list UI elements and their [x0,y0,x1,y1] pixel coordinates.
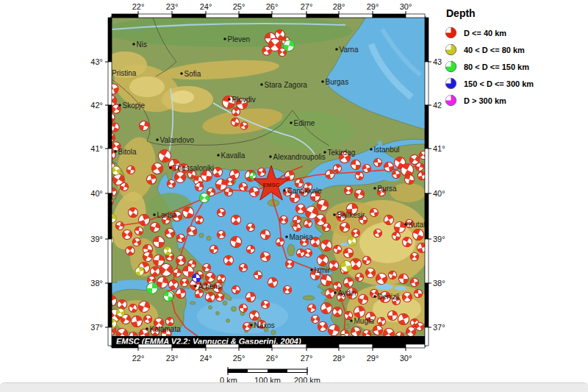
city-label: Athens [198,282,221,291]
city-label: Canakkale [287,187,323,195]
epicenter-star-label: EMSC [262,182,279,188]
city-label: Bursa [378,185,398,193]
axis-tick-label: 43° [90,57,103,66]
city-label: Varna [340,46,359,54]
axis-tick-label: 27° [301,354,313,363]
city-marker: Pleven [223,35,250,43]
city-label: Edirne [294,119,315,127]
city-marker: Aydin [334,289,356,297]
axis-tick-label: 29° [367,354,379,363]
city-marker: Kalamata [146,325,181,333]
city-label: Thessaloniki [173,164,215,172]
axis-tick-label: 22° [132,354,145,363]
focal-mechanism-red [182,266,193,277]
axis-tick-label: 23° [166,2,179,11]
axis-tick-label: 39° [90,235,103,243]
focal-mechanism-red [387,310,398,321]
city-label: Stara Zagora [265,81,308,89]
legend-item-label: D > 300 km [464,96,506,105]
axis-tick-label: 24° [200,354,212,363]
city-marker: Kutahya [404,221,435,229]
axis-tick-label: 30° [400,354,412,363]
legend-title: Depth [446,7,585,19]
axis-tick-label: 38° [433,279,445,288]
city-marker: Skopje [118,101,145,110]
city-marker: Larisa [153,211,177,219]
axis-tick-label: 40° [433,189,445,198]
depth-beachball-icon [445,26,457,39]
city-label: Plovdiv [232,96,256,104]
city-label: Bitola [118,148,137,156]
axis-tick-label: 24° [200,2,212,11]
footer-strip [0,382,588,392]
depth-beachball-icon [445,43,457,56]
city-marker: Burgas [321,78,348,86]
focal-mechanism-green [249,172,256,179]
city-marker: Valandovo [156,136,194,144]
axis-tick-label: 42° [90,101,103,110]
city-marker: Plovdiv [228,96,256,104]
axis-tick-label: 39° [433,235,445,243]
city-label: Kavalla [221,152,245,160]
city-label: Pleven [228,35,251,43]
city-marker: Bitola [114,148,137,156]
legend-item-label: D <= 40 km [464,29,506,38]
focal-mechanism-red [209,245,218,254]
focal-mechanism-red [351,160,360,169]
focal-mechanism-red [246,245,255,254]
focal-mechanism-red [414,289,422,297]
legend-item: 80 < D <= 150 km [442,58,585,75]
depth-beachball-icon [445,94,457,107]
city-label: Valandovo [160,136,195,144]
legend-item: D > 300 km [442,92,585,109]
city-marker: Pristina [112,69,137,77]
axis-tick-label: 23° [166,354,179,363]
focal-mechanism-red [153,236,164,247]
legend-item: 150 < D <= 300 km [442,75,585,92]
axis-tick-label: 38° [90,279,103,288]
map-geography: EMSC NisPristinaPlevenVarnaSofiaStara Za… [101,15,435,348]
city-marker: Alexandroupolis [269,153,325,161]
city-marker: Thessaloniki [169,164,214,172]
city-label: Nis [137,40,147,49]
city-label: Pristina [112,69,137,77]
depth-legend: Depth D <= 40 km40 < D <= 80 km80 < D <=… [442,4,585,109]
axis-tick-label: 41° [90,144,103,153]
city-label: Aydin [338,289,356,297]
city-label: Denizli [378,293,400,301]
axis-tick-label: 41° [433,144,445,153]
city-marker: Mugla [350,317,374,325]
legend-item-label: 40 < D <= 80 km [464,46,525,54]
axis-tick-label: 27° [301,2,313,11]
axis-tick-label: 30° [400,2,412,11]
legend-item: D <= 40 km [442,24,585,41]
emsc-map-page: EMSC NisPristinaPlevenVarnaSofiaStara Za… [0,0,588,392]
axis-tick-label: 37° [90,323,103,332]
city-marker: Varna [335,46,359,54]
legend-item: 40 < D <= 80 km [442,41,585,58]
depth-beachball-icon [445,77,457,90]
axis-tick-label: 37° [433,323,445,332]
axis-tick-label: 26° [266,2,279,11]
city-label: Mugla [354,317,375,325]
city-marker: Tekirdag [323,149,355,157]
city-label: Sofia [184,70,201,78]
city-label: Skopje [123,101,146,110]
axis-tick-label: 26° [266,354,279,363]
city-marker: Stara Zagora [260,81,307,89]
focal-mechanism-red [398,274,408,283]
city-marker: Kavalla [217,152,245,160]
city-marker: Istanbul [370,146,399,154]
city-marker: Athens [194,282,220,291]
city-label: Balikesir [337,211,365,219]
axis-tick-label: 28° [333,2,345,11]
focal-mechanism-red [239,304,248,313]
focal-mechanism-blue [192,274,201,282]
legend-item-label: 80 < D <= 150 km [464,63,529,71]
city-label: Burgas [326,78,349,86]
legend-item-label: 150 < D <= 300 km [464,79,534,88]
focal-mechanism-green [146,282,157,293]
city-marker: Denizli [373,293,399,301]
axis-tick-label: 29° [367,2,379,11]
city-marker: Naxos [250,321,275,329]
